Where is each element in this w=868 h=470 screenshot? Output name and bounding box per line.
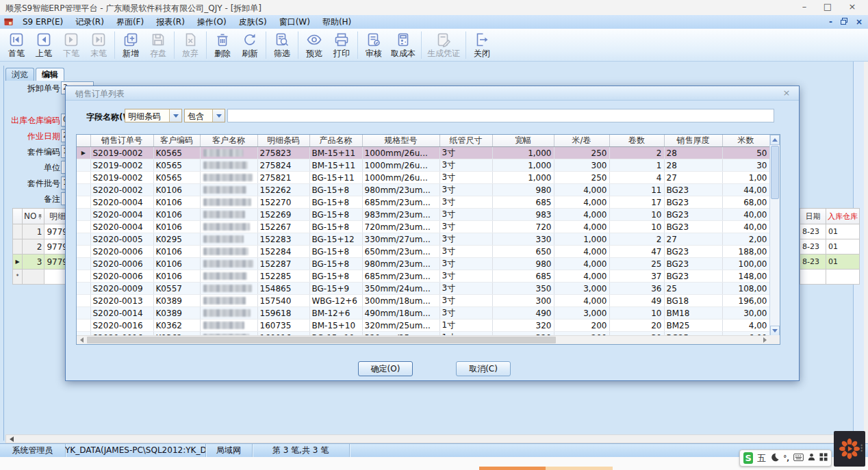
vscroll-thumb[interactable] — [771, 146, 779, 199]
grid-cell[interactable]: 4,000 — [554, 246, 609, 258]
grid-cell[interactable]: 3寸 — [439, 184, 492, 196]
grid-cell[interactable]: 1,000 — [492, 147, 554, 159]
grid-cell[interactable]: S2020-0006 — [90, 270, 153, 283]
grid-cell[interactable]: 980mm/23um... — [362, 184, 439, 196]
grid-cell[interactable]: 4,000 — [554, 258, 609, 270]
grid-cell[interactable]: S2019-0002 — [90, 159, 153, 172]
grid-cell[interactable]: S2020-0013 — [90, 295, 153, 307]
grid-cell[interactable]: 152285 — [257, 270, 309, 283]
customer-name-cell[interactable] — [200, 159, 257, 172]
grid-cell[interactable]: BG23 — [664, 246, 722, 258]
toolbar-button-filter[interactable]: 筛选 — [268, 31, 296, 59]
grid-cell[interactable]: 350mm/24um... — [362, 283, 439, 295]
sales-order-row-4[interactable]: S2020-0002K0106152262BG-15+8980mm/23um..… — [77, 184, 769, 196]
grid-cell[interactable]: BG-15+8 — [309, 184, 362, 196]
dialog-close-icon[interactable]: × — [781, 88, 792, 98]
sales-order-row-8[interactable]: S2020-0005K0295152283BG-15+12330mm/27um.… — [77, 233, 769, 246]
grid-cell[interactable]: 4,000 — [554, 221, 609, 233]
grid-cell[interactable]: 3寸 — [439, 196, 492, 209]
grid-cell[interactable]: 3寸 — [439, 295, 492, 307]
grid-cell[interactable]: 17 — [609, 196, 664, 209]
sales-order-row-6[interactable]: S2020-0004K0106152269BG-15+8983mm/23um..… — [77, 209, 769, 221]
grid-cell[interactable]: 3寸 — [439, 209, 492, 221]
operator-combo[interactable]: 包含 — [184, 109, 225, 122]
toolbox-grid-icon[interactable] — [819, 453, 828, 463]
grid-cell[interactable]: K0389 — [153, 295, 200, 307]
grid-cell[interactable]: 275823 — [257, 147, 309, 159]
grid-cell[interactable]: K0557 — [153, 283, 200, 295]
grid-column-header-4[interactable]: 明细条码 — [257, 135, 309, 147]
grid-column-header-12[interactable]: 米数 — [722, 135, 769, 147]
toolbar-button-print[interactable]: 打印 — [328, 31, 355, 59]
grid-column-header-11[interactable]: 销售厚度 — [664, 135, 722, 147]
grid-cell[interactable]: 10 — [609, 221, 664, 233]
window-minimize-button[interactable]: – — [793, 0, 816, 15]
grid-cell[interactable]: 196,00 — [722, 295, 769, 307]
grid-cell[interactable]: 3寸 — [439, 233, 492, 246]
grid-cell[interactable]: 980 — [492, 184, 554, 196]
grid-cell[interactable]: 330 — [492, 233, 554, 246]
grid-cell[interactable]: 685mm/23um... — [362, 270, 439, 283]
customer-name-cell[interactable] — [200, 307, 257, 319]
grid-cell[interactable]: S2020-0006 — [90, 246, 153, 258]
grid-cell[interactable]: 30 — [722, 159, 769, 172]
menu-item-5[interactable]: 皮肤(S) — [233, 15, 273, 29]
grid-cell[interactable]: 1000mm/26u... — [362, 159, 439, 172]
grid-cell[interactable]: BG-15+9 — [309, 283, 362, 295]
grid-cell[interactable]: 30,00 — [722, 307, 769, 319]
menu-item-7[interactable]: 帮助(H) — [316, 15, 357, 29]
grid-vscrollbar[interactable] — [769, 135, 780, 336]
sales-order-row-10[interactable]: S2020-0006K0106152287BG-15+8980mm/23um..… — [77, 258, 769, 270]
customer-name-cell[interactable] — [200, 295, 257, 307]
grid-cell[interactable]: 10 — [609, 307, 664, 319]
grid-cell[interactable]: 3寸 — [439, 159, 492, 172]
grid-cell[interactable]: BG-15+8 — [309, 258, 362, 270]
grid-cell[interactable]: S2020-0002 — [90, 184, 153, 196]
window-close-button[interactable]: × — [841, 0, 864, 15]
grid-cell[interactable]: S2020-0005 — [90, 233, 153, 246]
customer-name-cell[interactable] — [200, 172, 257, 184]
grid-cell[interactable]: 980 — [492, 258, 554, 270]
detail-row-4[interactable] — [800, 270, 860, 285]
grid-cell[interactable]: 275824 — [257, 159, 309, 172]
grid-cell[interactable]: 1,000 — [492, 172, 554, 184]
ime-mode-label[interactable]: 五 — [757, 453, 766, 463]
keyboard-icon[interactable] — [793, 454, 804, 463]
grid-cell[interactable]: BM-15+10 — [309, 319, 362, 332]
grid-cell[interactable]: BG23 — [664, 184, 722, 196]
grid-cell[interactable]: 3寸 — [439, 221, 492, 233]
grid-cell[interactable]: 4,000 — [554, 209, 609, 221]
grid-cell[interactable]: 3寸 — [439, 258, 492, 270]
grid-cell[interactable]: S2020-0004 — [90, 209, 153, 221]
grid-cell[interactable]: 159618 — [257, 307, 309, 319]
tab-browse[interactable]: 浏览 — [5, 68, 34, 81]
grid-cell[interactable]: S2019-0002 — [90, 147, 153, 159]
grid-cell[interactable]: 47 — [609, 246, 664, 258]
grid-cell[interactable]: BM-15+11 — [309, 159, 362, 172]
grid-cell[interactable]: 4,000 — [554, 196, 609, 209]
grid-cell[interactable]: 350 — [492, 283, 554, 295]
grid-cell[interactable]: K0389 — [153, 307, 200, 319]
grid-cell[interactable]: 3寸 — [439, 172, 492, 184]
grid-column-header-7[interactable]: 纸管尺寸 — [439, 135, 492, 147]
grid-cell[interactable]: 50 — [722, 147, 769, 159]
grid-cell[interactable]: 320mm/25um... — [362, 319, 439, 332]
grid-cell[interactable]: 68,00 — [722, 196, 769, 209]
toolbar-button-preview[interactable]: 预览 — [301, 31, 328, 59]
menu-item-6[interactable]: 窗口(W) — [273, 15, 316, 29]
customer-name-cell[interactable] — [200, 319, 257, 332]
scroll-up-icon[interactable] — [770, 135, 780, 145]
grid-cell[interactable]: 3寸 — [439, 307, 492, 319]
customer-name-cell[interactable] — [200, 258, 257, 270]
grid-cell[interactable]: BG23 — [664, 258, 722, 270]
grid-cell[interactable]: 980mm/23um... — [362, 258, 439, 270]
chevron-down-icon[interactable] — [212, 109, 225, 122]
grid-cell[interactable]: 4,00 — [722, 319, 769, 332]
grid-cell[interactable]: K0565 — [153, 172, 200, 184]
hscroll-thumb[interactable] — [87, 337, 556, 343]
tab-edit[interactable]: 编辑 — [36, 68, 64, 81]
grid-cell[interactable]: BG23 — [664, 221, 722, 233]
toolbar-button-close[interactable]: 关闭 — [468, 31, 496, 59]
grid-cell[interactable]: 300mm/18um... — [362, 295, 439, 307]
detail-row-1[interactable]: 8-2301 — [800, 224, 860, 239]
